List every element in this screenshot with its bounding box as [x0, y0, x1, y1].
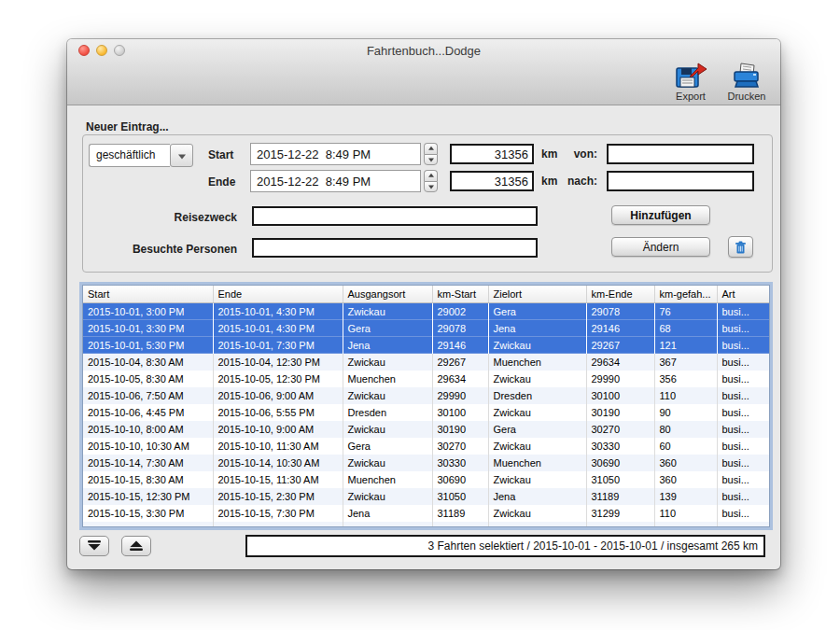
export-button[interactable]: Export: [666, 62, 715, 102]
stepper-down-icon[interactable]: [424, 181, 438, 193]
column-header[interactable]: Start: [83, 286, 213, 302]
table-row[interactable]: 2015-10-04, 8:30 AM2015-10-04, 12:30 PMZ…: [83, 354, 770, 371]
delete-button[interactable]: [728, 236, 753, 258]
nach-input[interactable]: [607, 171, 754, 191]
window-header: Fahrtenbuch...Dodge Export: [67, 39, 780, 105]
table-cell: Gera: [488, 421, 586, 438]
start-km-input[interactable]: [450, 144, 534, 164]
table-row[interactable]: 2015-10-06, 4:45 PM2015-10-06, 5:55 PMDr…: [83, 404, 770, 421]
table-cell: 360: [654, 471, 717, 488]
table-cell: 2015-10-04, 8:30 AM: [83, 354, 213, 371]
column-header[interactable]: Zielort: [488, 286, 586, 302]
table-cell: 29267: [432, 354, 488, 371]
table-row[interactable]: 2015-10-01, 5:30 PM2015-10-01, 7:30 PMJe…: [83, 337, 770, 354]
table-cell: 31189: [432, 505, 488, 522]
table-cell: 2015-10-01, 5:30 PM: [83, 337, 213, 354]
start-datetime-stepper: [424, 143, 438, 165]
ende-datetime-stepper: [424, 170, 438, 192]
table-cell: 2015-10-10, 10:30 AM: [83, 438, 213, 455]
start-datetime-input[interactable]: [250, 143, 421, 165]
reisezweck-input[interactable]: [252, 206, 538, 226]
change-button[interactable]: Ändern: [611, 237, 710, 257]
table-cell: 30100: [586, 387, 654, 404]
table-cell: 2015-10-05, 12:30 PM: [213, 371, 343, 387]
table-cell: Zwickau: [343, 354, 432, 371]
table-row[interactable]: 2015-10-10, 8:00 AM2015-10-10, 9:00 AMZw…: [83, 421, 770, 438]
table-row[interactable]: 2015-10-14, 7:30 AM2015-10-14, 10:30 AMZ…: [83, 455, 770, 471]
app-window: Fahrtenbuch...Dodge Export: [67, 39, 780, 569]
table-cell: 29634: [432, 371, 488, 387]
table-cell: Muenchen: [343, 371, 432, 387]
move-up-button[interactable]: [121, 536, 151, 556]
add-button[interactable]: Hinzufügen: [611, 205, 710, 225]
reisezweck-label: Reisezweck: [86, 211, 237, 224]
start-label: Start: [208, 148, 233, 161]
column-header[interactable]: km-gefah...: [654, 286, 717, 302]
stepper-down-icon[interactable]: [424, 154, 438, 166]
table-cell: Dresden: [488, 387, 586, 404]
ende-datetime-input[interactable]: [250, 170, 421, 192]
table-cell: 29146: [432, 337, 488, 354]
chevron-down-icon[interactable]: [170, 144, 193, 167]
table-row[interactable]: 2015-10-15, 3:30 PM2015-10-15, 7:30 PMJe…: [83, 505, 770, 522]
table-row[interactable]: 2015-10-15, 8:30 AM2015-10-15, 11:30 AMM…: [83, 471, 770, 488]
table-cell: 356: [654, 371, 717, 387]
table-cell: 29078: [432, 320, 488, 337]
column-header[interactable]: Art: [717, 286, 770, 302]
table-cell: busi...: [717, 320, 770, 337]
table-cell: Gera: [343, 438, 432, 455]
table-row[interactable]: 2015-10-05, 8:30 AM2015-10-05, 12:30 PMM…: [83, 371, 770, 387]
besuchte-personen-label: Besuchte Personen: [86, 243, 237, 256]
stepper-up-icon[interactable]: [424, 143, 438, 154]
table-cell: busi...: [717, 455, 770, 471]
stepper-up-icon[interactable]: [424, 170, 438, 181]
table-cell: 2015-10-14, 7:30 AM: [83, 455, 213, 471]
table-cell: 139: [654, 488, 717, 505]
table-cell: Zwickau: [343, 421, 432, 438]
von-label: von:: [560, 147, 597, 161]
table-cell: Zwickau: [488, 505, 586, 522]
trips-table: StartEndeAusgangsortkm-StartZielortkm-En…: [83, 286, 770, 527]
table-cell: Zwickau: [488, 438, 586, 455]
table-cell: 60: [654, 438, 717, 455]
table-cell: 2015-10-01, 3:00 PM: [83, 302, 213, 320]
move-down-button[interactable]: [79, 536, 109, 556]
selection-status-field: 3 Fahrten selektiert / 2015-10-01 - 2015…: [245, 535, 765, 557]
table-cell: 31050: [432, 488, 488, 505]
table-cell: 31356: [586, 522, 654, 528]
table-row[interactable]: 2015-10-15, 12:30 PM2015-10-15, 2:30 PMZ…: [83, 488, 770, 505]
trip-type-value: geschäftlich: [89, 144, 170, 167]
table-row[interactable]: 2015-10-16, 2:30 PM2015-10-16, 3:30 PMZw…: [83, 522, 770, 528]
table-cell: 29146: [586, 320, 654, 337]
table-row[interactable]: 2015-10-01, 3:30 PM2015-10-01, 4:30 PMGe…: [83, 320, 770, 337]
table-cell: Jena: [343, 505, 432, 522]
table-cell: 2015-10-10, 9:00 AM: [213, 421, 343, 438]
table-cell: 110: [654, 387, 717, 404]
table-cell: Zwickau: [488, 337, 586, 354]
table-cell: Jena: [343, 337, 432, 354]
column-header[interactable]: Ausgangsort: [343, 286, 432, 302]
table-cell: 2015-10-04, 12:30 PM: [213, 354, 343, 371]
von-input[interactable]: [607, 144, 754, 164]
column-header[interactable]: km-Start: [432, 286, 488, 302]
print-button[interactable]: Drucken: [722, 62, 771, 102]
table-cell: 360: [654, 455, 717, 471]
column-header[interactable]: Ende: [213, 286, 343, 302]
column-header[interactable]: km-Ende: [586, 286, 654, 302]
table-cell: 2015-10-01, 4:30 PM: [213, 302, 343, 320]
ende-km-input[interactable]: [450, 171, 534, 191]
table-row[interactable]: 2015-10-10, 10:30 AM2015-10-10, 11:30 AM…: [83, 438, 770, 455]
table-cell: 30330: [432, 455, 488, 471]
table-cell: 2015-10-06, 4:45 PM: [83, 404, 213, 421]
table-cell: 367: [654, 354, 717, 371]
table-cell: 29990: [432, 387, 488, 404]
km-unit-label-start: km: [541, 147, 557, 161]
trip-type-select[interactable]: geschäftlich: [89, 144, 193, 167]
table-row[interactable]: 2015-10-06, 7:50 AM2015-10-06, 9:00 AMZw…: [83, 387, 770, 404]
besuchte-personen-input[interactable]: [252, 238, 538, 258]
table-cell: 2015-10-10, 8:00 AM: [83, 421, 213, 438]
table-cell: 2015-10-06, 9:00 AM: [213, 387, 343, 404]
table-cell: busi...: [717, 421, 770, 438]
table-cell: 2015-10-15, 11:30 AM: [213, 471, 343, 488]
table-row[interactable]: 2015-10-01, 3:00 PM2015-10-01, 4:30 PMZw…: [83, 302, 770, 320]
